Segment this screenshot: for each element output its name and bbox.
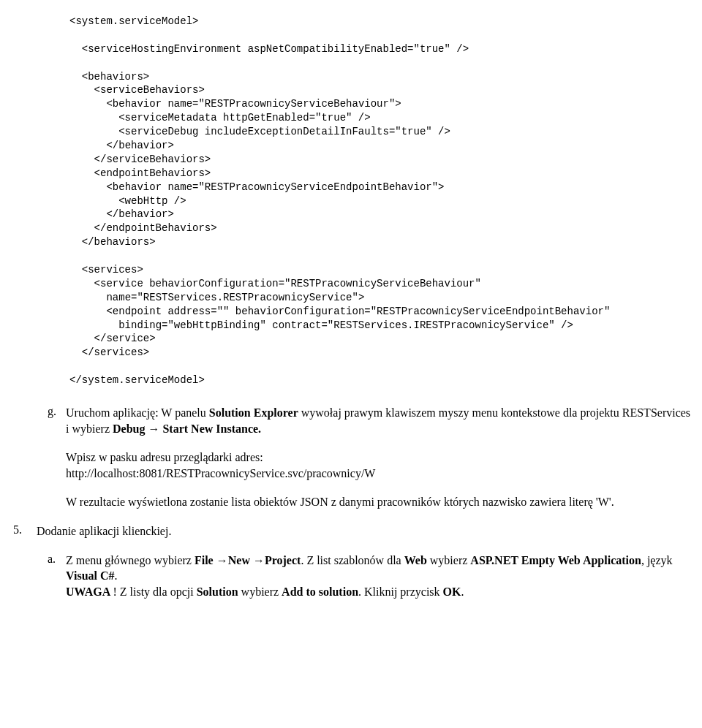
text: . Kliknij przycisk	[358, 585, 443, 598]
code-line: <serviceHostingEnvironment aspNetCompati…	[82, 43, 469, 55]
code-line: <system.serviceModel>	[69, 15, 198, 27]
text: , język	[641, 554, 673, 566]
code-line: name="RESTServices.RESTPracownicyService…	[106, 292, 364, 303]
text: Z menu głównego wybierz	[66, 554, 195, 566]
text-bold: Add to solution	[282, 585, 358, 598]
text: .	[115, 569, 118, 582]
code-line: <service behaviorConfiguration="RESTPrac…	[94, 278, 481, 289]
text: Dodanie aplikacji klienckiej.	[37, 525, 171, 537]
paragraph: Wpisz w pasku adresu przeglądarki adres:…	[66, 450, 695, 481]
text-bold: Web	[404, 554, 427, 566]
code-line: </service>	[94, 333, 156, 344]
code-line: </behavior>	[106, 140, 173, 151]
code-line: <behavior name="RESTPracownicyServiceEnd…	[106, 181, 444, 193]
code-line: </serviceBehaviors>	[94, 153, 211, 165]
text-bold: File →New →Project	[195, 554, 301, 566]
code-line: <behavior name="RESTPracownicyServiceBeh…	[106, 98, 401, 110]
paragraph: UWAGA ! Z listy dla opcji Solution wybie…	[66, 584, 695, 600]
code-line: </behavior>	[106, 208, 173, 220]
paragraph: Z menu głównego wybierz File →New →Proje…	[66, 553, 695, 584]
text: . Z list szablonów dla	[301, 554, 404, 566]
code-line: binding="webHttpBinding" contract="RESTS…	[118, 319, 573, 331]
code-line: </system.serviceModel>	[69, 374, 205, 386]
code-line: <services>	[82, 264, 143, 276]
paragraph: Dodanie aplikacji klienckiej.	[37, 523, 695, 539]
list-marker: a.	[48, 553, 56, 566]
code-line: <endpointBehaviors>	[94, 167, 211, 179]
text: W rezultacie wyświetlona zostanie lista …	[66, 496, 614, 508]
text-bold: Solution Explorer	[209, 406, 298, 419]
code-line: <serviceDebug includeExceptionDetailInFa…	[118, 126, 450, 137]
code-line: </behaviors>	[82, 236, 156, 248]
text: Uruchom aplikację: W panelu	[66, 406, 209, 419]
paragraph: Uruchom aplikację: W panelu Solution Exp…	[66, 405, 695, 436]
list-item-g: g. Uruchom aplikację: W panelu Solution …	[37, 405, 695, 510]
code-block: <system.serviceModel> <serviceHostingEnv…	[69, 15, 695, 387]
text: .	[461, 585, 464, 598]
code-line: <webHttp />	[118, 195, 186, 207]
text: Wpisz w pasku adresu przeglądarki adres:	[66, 451, 263, 463]
text-bold: UWAGA	[66, 585, 113, 598]
code-line: </services>	[82, 346, 149, 358]
text-bold: ASP.NET Empty Web Application	[470, 554, 641, 566]
text-bold: Debug → Start New Instance.	[113, 422, 261, 435]
list-item-5: 5. Dodanie aplikacji klienckiej. a. Z me…	[7, 523, 695, 599]
code-line: <serviceBehaviors>	[94, 84, 205, 96]
list-marker: g.	[48, 405, 56, 418]
text-bold: Visual C#	[66, 569, 115, 582]
code-line: <behaviors>	[82, 71, 149, 83]
code-line: <serviceMetadata httpGetEnabled="true" /…	[118, 112, 370, 124]
text: wybierz	[427, 554, 471, 566]
text: wybierz	[238, 585, 282, 598]
text-url: http://localhost:8081/RESTPracownicyServ…	[66, 467, 375, 479]
list-item-5a: a. Z menu głównego wybierz File →New →Pr…	[37, 553, 695, 600]
code-line: </endpointBehaviors>	[94, 222, 217, 234]
code-line: <endpoint address="" behaviorConfigurati…	[106, 306, 610, 317]
text: ! Z listy dla opcji	[113, 585, 196, 598]
list-marker: 5.	[13, 523, 22, 536]
text-bold: OK	[443, 585, 461, 598]
text-bold: Solution	[197, 585, 238, 598]
paragraph: W rezultacie wyświetlona zostanie lista …	[66, 494, 695, 510]
